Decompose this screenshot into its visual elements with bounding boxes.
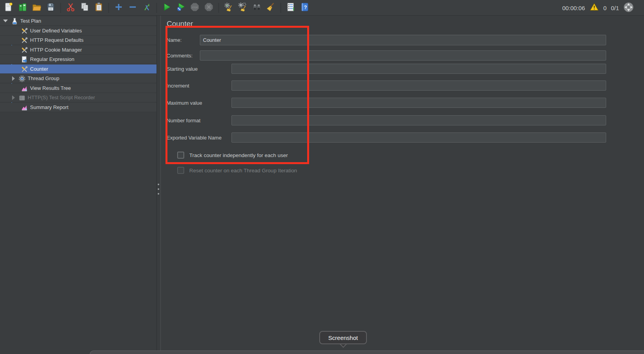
expand-arrow-icon[interactable]: [12, 95, 15, 100]
tree-item-http-test-script-recorder[interactable]: HTTP(S) Test Script Recorder: [0, 93, 157, 102]
reset-counter-checkbox-label: Reset counter on each Thread Group Itera…: [189, 168, 297, 173]
tooltip-text: Screenshot: [328, 334, 358, 341]
field-row-increment: Increment: [167, 80, 189, 91]
toolbar: STOP ? 00:00:06 0 0/1: [0, 0, 644, 16]
name-input[interactable]: [200, 35, 606, 45]
field-row-name: Name:: [167, 35, 181, 45]
toolbar-separator: [157, 3, 157, 13]
exported-variable-name-input[interactable]: [231, 132, 606, 143]
maximum-value-label: Maximum value: [167, 100, 202, 106]
paste-button[interactable]: [93, 2, 105, 14]
reset-counter-checkbox-row[interactable]: Reset counter on each Thread Group Itera…: [177, 167, 297, 174]
svg-text:?: ?: [304, 4, 307, 10]
checkbox-unchecked-icon[interactable]: [177, 152, 184, 159]
field-row-maximum-value: Maximum value: [167, 98, 202, 108]
tree-item-test-plan[interactable]: Test Plan: [0, 16, 157, 26]
test-plan-flask-icon: [11, 18, 18, 25]
splitter-grip[interactable]: [158, 184, 160, 195]
thread-group-gear-icon: [18, 75, 25, 82]
config-wrench-icon: [21, 66, 28, 73]
play-icon: [162, 2, 172, 13]
svg-text:STOP: STOP: [192, 6, 198, 9]
name-label: Name:: [167, 37, 181, 43]
checkbox-unchecked-icon: [177, 167, 184, 174]
field-row-starting-value: Starting value: [167, 64, 198, 74]
tree-item-regular-expression[interactable]: Regular Expression: [0, 55, 157, 64]
number-format-input[interactable]: [231, 115, 606, 125]
tree-item-label: User Defined Variables: [30, 28, 82, 34]
clear-gear-broom-icon: [224, 2, 234, 13]
exported-variable-name-label: Exported Variable Name: [167, 135, 222, 141]
starting-value-input[interactable]: [231, 64, 606, 74]
clear-all-gear-broom-icon: [238, 2, 248, 13]
tree-item-label: Regular Expression: [30, 56, 74, 62]
tree-item-summary-report[interactable]: Summary Report: [0, 103, 157, 112]
test-plan-tree: Test Plan User Defined Variables HTTP Re…: [0, 16, 157, 354]
search-button[interactable]: [251, 2, 263, 14]
tree-item-label: Test Plan: [20, 18, 41, 24]
clear-button[interactable]: [222, 2, 235, 14]
clear-all-button[interactable]: [237, 2, 249, 14]
tree-item-counter[interactable]: Counter: [0, 64, 157, 74]
save-button[interactable]: [44, 2, 57, 14]
track-counter-checkbox-label: Track counter independently for each use…: [189, 152, 288, 158]
tree-item-http-cookie-manager[interactable]: HTTP Cookie Manager: [0, 45, 157, 55]
start-no-pauses-button[interactable]: [174, 2, 187, 14]
elapsed-timer: 00:00:06: [562, 5, 585, 11]
increment-input[interactable]: [231, 80, 606, 91]
tree-item-view-results-tree[interactable]: View Results Tree: [0, 84, 157, 93]
tree-item-http-request-defaults[interactable]: HTTP Request Defaults: [0, 36, 157, 45]
config-wrench-icon: [21, 27, 28, 34]
start-button[interactable]: [160, 2, 173, 14]
thread-count: 0/1: [611, 5, 619, 11]
comments-label: Comments:: [167, 53, 192, 59]
help-button[interactable]: ?: [299, 2, 311, 14]
expand-arrow-icon[interactable]: [12, 76, 15, 81]
save-icon: [46, 2, 56, 13]
tree-item-label: Summary Report: [30, 104, 68, 110]
function-helper-icon: [286, 2, 296, 13]
tree-item-label: Thread Group: [28, 75, 59, 81]
paste-icon: [94, 2, 104, 13]
warning-count: 0: [603, 5, 607, 11]
minus-icon: [128, 2, 138, 13]
collapse-arrow-icon[interactable]: [3, 20, 8, 22]
toolbar-separator: [60, 3, 61, 13]
cut-scissors-icon: [66, 2, 76, 13]
clear-search-button[interactable]: [265, 2, 277, 14]
play-no-pauses-icon: [176, 2, 186, 13]
new-file-button[interactable]: [2, 2, 15, 14]
comments-input[interactable]: [200, 50, 606, 61]
maximum-value-input[interactable]: [231, 98, 606, 108]
function-helper-button[interactable]: [285, 2, 297, 14]
open-folder-icon: [32, 2, 42, 13]
remove-button[interactable]: [126, 2, 139, 14]
new-file-icon: [4, 2, 14, 13]
warning-icon[interactable]: [589, 2, 599, 13]
copy-button[interactable]: [78, 2, 91, 14]
screenshot-tooltip: Screenshot: [319, 331, 367, 344]
reset-button[interactable]: [141, 2, 153, 14]
tree-item-label: Counter: [30, 66, 48, 72]
splitter-line: [157, 16, 157, 354]
tree-item-thread-group[interactable]: Thread Group: [0, 74, 157, 83]
add-button[interactable]: [112, 2, 125, 14]
field-row-comments: Comments:: [167, 50, 192, 61]
stop-button[interactable]: STOP: [189, 2, 201, 14]
field-row-number-format: Number format: [167, 115, 201, 125]
toolbar-separator: [281, 3, 281, 13]
templates-button[interactable]: [16, 2, 29, 14]
chart-listener-icon: [21, 85, 28, 92]
starting-value-label: Starting value: [167, 66, 198, 72]
cut-button[interactable]: [64, 2, 77, 14]
stop-octagon-icon: STOP: [190, 2, 200, 13]
shutdown-button[interactable]: [203, 2, 215, 14]
tree-item-user-defined-variables[interactable]: User Defined Variables: [0, 26, 157, 36]
binoculars-icon: [252, 2, 262, 13]
tree-item-label: HTTP(S) Test Script Recorder: [28, 95, 95, 100]
track-counter-checkbox-row[interactable]: Track counter independently for each use…: [177, 152, 288, 159]
recorder-box-icon: [18, 94, 25, 101]
plus-icon: [114, 2, 124, 13]
increment-label: Increment: [167, 83, 189, 89]
open-button[interactable]: [30, 2, 43, 14]
